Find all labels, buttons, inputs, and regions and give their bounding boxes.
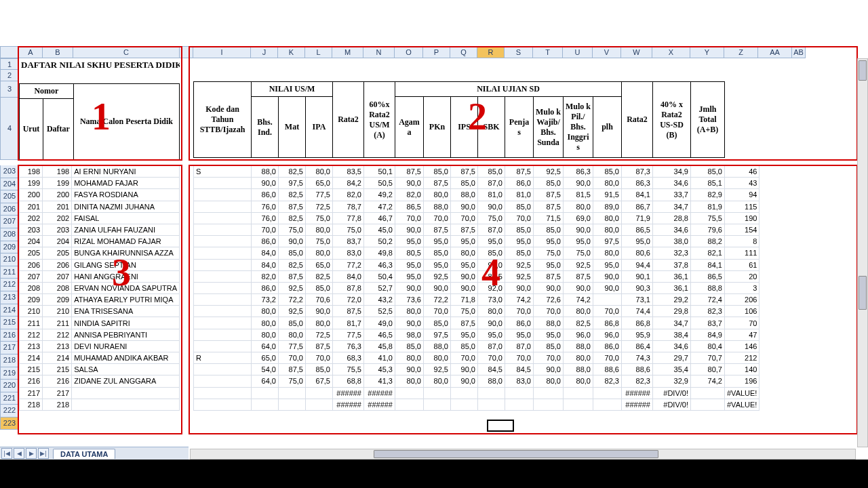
cell[interactable]: 70,0	[451, 352, 478, 364]
cell[interactable]: ZANIA ULFAH FAUZANI	[72, 224, 180, 235]
cell[interactable]: 80,0	[252, 306, 279, 317]
cell[interactable]: 85,0	[395, 340, 424, 352]
cell[interactable]: 90,0	[451, 201, 478, 212]
cell[interactable]: 34,6	[653, 224, 691, 235]
cell[interactable]: 80,0	[564, 306, 593, 317]
cell[interactable]: 86,4	[622, 340, 653, 352]
cell[interactable]: 80,0	[252, 329, 279, 340]
cell[interactable]: 90,0	[395, 364, 424, 375]
cell[interactable]: ######	[364, 399, 395, 410]
cell[interactable]: 75,0	[534, 247, 564, 259]
cell[interactable]: 45,0	[364, 224, 395, 235]
cell[interactable]: 54,0	[252, 364, 279, 375]
cell[interactable]: 208	[20, 282, 43, 293]
cell[interactable]: 72,5	[306, 201, 333, 212]
cell[interactable]: 50,2	[364, 236, 395, 247]
cell[interactable]: 87,5	[534, 270, 564, 282]
cell[interactable]: 86,5	[622, 224, 653, 235]
cell[interactable]: 205	[43, 247, 72, 259]
col-W[interactable]: W	[621, 46, 652, 58]
cell[interactable]: 95,0	[424, 259, 451, 270]
cell[interactable]: 70,0	[424, 212, 451, 224]
cell[interactable]: 106	[725, 306, 760, 317]
row-218[interactable]: 218	[0, 354, 19, 367]
cell[interactable]: 73,1	[622, 294, 653, 306]
cell[interactable]: 80,0	[306, 317, 333, 329]
cell[interactable]: 84,1	[691, 259, 725, 270]
cell[interactable]	[72, 387, 180, 399]
cell[interactable]: 215	[43, 364, 72, 375]
cell[interactable]: 34,6	[653, 340, 691, 352]
row-215[interactable]: 215	[0, 317, 19, 329]
cell[interactable]: 92,5	[505, 259, 534, 270]
cell[interactable]: 87,5	[451, 166, 478, 178]
cell[interactable]: RIZAL MOHAMAD FAJAR	[72, 236, 180, 247]
col-M[interactable]: M	[332, 46, 363, 58]
cell[interactable]: ERVAN NOVIANDA SAPUTRA	[72, 282, 180, 293]
pane-bottom-left[interactable]: 198198AI ERNI NURYANI199199MOHAMAD FAJAR…	[19, 165, 180, 434]
cell[interactable]: DINITA NAZMI JUHANA	[72, 201, 180, 212]
cell[interactable]: 207	[20, 270, 43, 282]
cell[interactable]: 85,0	[279, 247, 306, 259]
cell[interactable]: ANNISA PEBRIYANTI	[72, 329, 180, 340]
cell[interactable]: 217	[43, 387, 72, 399]
cell[interactable]: 70,0	[306, 352, 333, 364]
cell[interactable]: 85,0	[534, 178, 564, 189]
cell[interactable]: 82,5	[306, 270, 333, 282]
cell[interactable]: 75,0	[279, 224, 306, 235]
pane-bottom-right[interactable]: S88,082,580,083,550,187,585,087,585,087,…	[193, 165, 854, 434]
cell[interactable]	[194, 247, 252, 259]
cell[interactable]: 71,5	[534, 212, 564, 224]
cell[interactable]: 90,0	[534, 282, 564, 293]
cell[interactable]: 87,5	[424, 178, 451, 189]
cell[interactable]: 90,0	[395, 317, 424, 329]
cell[interactable]: 207	[43, 270, 72, 282]
cell[interactable]: 97,5	[279, 178, 306, 189]
cell[interactable]	[194, 306, 252, 317]
cell[interactable]: 38,0	[653, 236, 691, 247]
cell[interactable]: 67,5	[306, 375, 333, 387]
cell[interactable]: 95,0	[622, 236, 653, 247]
row-206[interactable]: 206	[0, 203, 19, 216]
cell[interactable]: 196	[725, 375, 760, 387]
cell[interactable]	[593, 399, 622, 410]
cell[interactable]: 88,5	[478, 270, 505, 282]
cell[interactable]	[194, 329, 252, 340]
cell[interactable]: 80,0	[564, 352, 593, 364]
cell[interactable]: 29,8	[653, 306, 691, 317]
cell[interactable]: 98,0	[395, 329, 424, 340]
cell[interactable]: #DIV/0!	[653, 399, 691, 410]
cell[interactable]: 80,0	[564, 375, 593, 387]
cell[interactable]: 75,0	[333, 224, 364, 235]
col-C[interactable]: C	[73, 46, 180, 58]
cell[interactable]	[691, 387, 725, 399]
row-221[interactable]: 221	[0, 392, 19, 405]
cell[interactable]: 86,5	[691, 270, 725, 282]
cell[interactable]: 84,9	[691, 329, 725, 340]
cell[interactable]: 206	[725, 294, 760, 306]
cell[interactable]: ######	[333, 387, 364, 399]
cell[interactable]: 85,0	[593, 166, 622, 178]
cell[interactable]	[505, 387, 534, 399]
horizontal-scrollbar[interactable]	[190, 449, 856, 460]
cell[interactable]: 77,5	[306, 189, 333, 201]
cell[interactable]: 90,0	[505, 282, 534, 293]
cell[interactable]: 202	[43, 212, 72, 224]
cell[interactable]: 20	[725, 270, 760, 282]
tab-nav-next[interactable]: ▶	[26, 448, 37, 459]
cell[interactable]: 70,0	[478, 352, 505, 364]
cell[interactable]	[478, 387, 505, 399]
cell[interactable]	[424, 387, 451, 399]
cell[interactable]: 75,0	[451, 306, 478, 317]
col-Y[interactable]: Y	[690, 46, 724, 58]
cell[interactable]: 84,5	[478, 364, 505, 375]
cell[interactable]: 80,0	[306, 224, 333, 235]
cell[interactable]: 215	[20, 364, 43, 375]
cell[interactable]: 80,0	[593, 224, 622, 235]
cell[interactable]: 95,0	[505, 329, 534, 340]
cell[interactable]	[194, 259, 252, 270]
cell[interactable]: 87,5	[534, 201, 564, 212]
cell[interactable]: 29,2	[653, 294, 691, 306]
cell[interactable]: 35,4	[653, 364, 691, 375]
cell[interactable]: FAISAL	[72, 212, 180, 224]
